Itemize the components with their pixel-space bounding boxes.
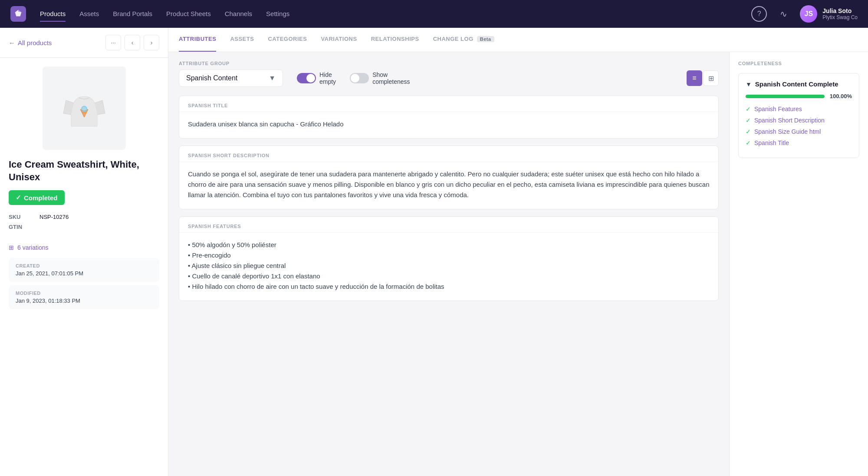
check-icon-3: ✓ xyxy=(746,139,751,146)
product-info: Ice Cream Sweatshirt, White, Unisex ✓ Co… xyxy=(0,159,168,244)
completeness-percentage: 100.00% xyxy=(830,93,852,99)
completeness-bar-fill xyxy=(746,95,825,98)
spanish-short-description-label: SPANISH SHORT DESCRIPTION xyxy=(188,153,710,158)
top-navigation: Products Assets Brand Portals Product Sh… xyxy=(0,0,868,28)
completeness-item-3: ✓ Spanish Title xyxy=(746,139,852,146)
tab-attributes[interactable]: ATTRIBUTES xyxy=(179,28,216,52)
spanish-short-description-header: SPANISH SHORT DESCRIPTION xyxy=(179,146,718,162)
hide-empty-label: Hideempty xyxy=(319,71,336,85)
modified-label: MODIFIED xyxy=(16,291,152,296)
content-area: ATTRIBUTE GROUP Spanish Content ▼ Hide xyxy=(168,52,868,476)
nav-settings[interactable]: Settings xyxy=(266,7,289,22)
main-content: ATTRIBUTES ASSETS CATEGORIES VARIATIONS … xyxy=(168,28,868,476)
view-toggle: ≡ ⊞ xyxy=(687,70,719,86)
hide-empty-toggle[interactable] xyxy=(297,73,316,83)
spanish-short-description-section: SPANISH SHORT DESCRIPTION Cuando se pong… xyxy=(179,145,719,209)
completeness-group-header: ▼ Spanish Content Complete xyxy=(746,80,852,88)
sku-value: NSP-10276 xyxy=(39,214,69,220)
spanish-title-value[interactable]: Sudadera unisex blanca sin capucha - Grá… xyxy=(179,112,718,138)
arrow-left-icon: ← xyxy=(9,39,15,46)
changelog-badge: Beta xyxy=(477,36,494,42)
analytics-button[interactable]: ∿ xyxy=(776,6,791,22)
nav-channels[interactable]: Channels xyxy=(225,7,252,22)
product-image-container xyxy=(0,58,168,159)
completeness-title: COMPLETENESS xyxy=(738,61,859,66)
check-icon-2: ✓ xyxy=(746,128,751,135)
help-button[interactable]: ? xyxy=(751,6,767,22)
completeness-bar-row: 100.00% xyxy=(746,93,852,99)
spanish-title-header: SPANISH TITLE xyxy=(179,96,718,112)
product-name: Ice Cream Sweatshirt, White, Unisex xyxy=(9,159,159,183)
user-menu[interactable]: JS Julia Soto Plytix Swag Co xyxy=(800,5,858,23)
nav-brand-portals[interactable]: Brand Portals xyxy=(113,7,152,22)
next-product-button[interactable]: › xyxy=(144,35,159,50)
sku-label: SKU xyxy=(9,214,33,220)
expand-icon[interactable]: ▼ xyxy=(746,81,752,88)
breadcrumb-actions: ··· ‹ › xyxy=(105,35,159,50)
breadcrumb-bar: ← All products ··· ‹ › xyxy=(0,28,168,58)
modified-value: Jan 9, 2023, 01:18:33 PM xyxy=(16,298,152,304)
variations-icon: ⊞ xyxy=(9,244,14,251)
completeness-item-2: ✓ Spanish Size Guide html xyxy=(746,128,852,135)
tabs-bar: ATTRIBUTES ASSETS CATEGORIES VARIATIONS … xyxy=(168,28,868,52)
completeness-bar xyxy=(746,95,825,98)
attr-group-label: ATTRIBUTE GROUP xyxy=(179,61,719,66)
nav-assets[interactable]: Assets xyxy=(79,7,99,22)
list-view-button[interactable]: ≡ xyxy=(687,70,702,86)
product-image xyxy=(43,66,126,150)
product-image-svg xyxy=(58,82,110,134)
modified-item: MODIFIED Jan 9, 2023, 01:18:33 PM xyxy=(9,285,159,309)
check-icon: ✓ xyxy=(16,194,21,202)
user-info: Julia Soto Plytix Swag Co xyxy=(822,7,858,20)
completeness-card: ▼ Spanish Content Complete 100.00% ✓ Spa… xyxy=(738,73,859,158)
more-options-button[interactable]: ··· xyxy=(105,35,121,50)
hide-empty-toggle-item: Hideempty xyxy=(297,71,336,85)
prev-product-button[interactable]: ‹ xyxy=(125,35,140,50)
avatar: JS xyxy=(800,5,817,23)
tab-changelog[interactable]: CHANGE LOG Beta xyxy=(433,28,494,52)
tab-variations[interactable]: VARIATIONS xyxy=(321,28,357,52)
spanish-title-section: SPANISH TITLE Sudadera unisex blanca sin… xyxy=(179,96,719,139)
app-logo[interactable] xyxy=(10,6,26,22)
toggle-group: Hideempty Showcompleteness xyxy=(297,71,410,85)
spanish-features-value[interactable]: • 50% algodón y 50% poliéster • Pre-enco… xyxy=(179,233,718,301)
tab-categories[interactable]: CATEGORIES xyxy=(268,28,307,52)
nav-products[interactable]: Products xyxy=(40,7,66,22)
attribute-controls-wrapper: ATTRIBUTE GROUP Spanish Content ▼ Hide xyxy=(179,61,719,87)
grid-view-button[interactable]: ⊞ xyxy=(703,70,719,86)
created-label: CREATED xyxy=(16,263,152,268)
completeness-item-label-0[interactable]: Spanish Features xyxy=(754,106,802,112)
check-icon-1: ✓ xyxy=(746,117,751,124)
svg-point-4 xyxy=(82,107,86,111)
nav-product-sheets[interactable]: Product Sheets xyxy=(166,7,211,22)
toggle-thumb xyxy=(306,74,315,83)
variations-count: 6 variations xyxy=(17,244,49,251)
tab-assets[interactable]: ASSETS xyxy=(230,28,254,52)
tab-relationships[interactable]: RELATIONSHIPS xyxy=(371,28,419,52)
status-badge: ✓ Completed xyxy=(9,190,65,205)
created-modified: CREATED Jan 25, 2021, 07:01:05 PM MODIFI… xyxy=(0,258,168,313)
show-completeness-toggle[interactable] xyxy=(350,73,369,83)
completeness-item-0: ✓ Spanish Features xyxy=(746,106,852,112)
completeness-item-label-2[interactable]: Spanish Size Guide html xyxy=(754,128,821,135)
company-name: Plytix Swag Co xyxy=(822,14,858,20)
sku-row: SKU NSP-10276 xyxy=(9,214,159,220)
topnav-right: ? ∿ JS Julia Soto Plytix Swag Co xyxy=(751,5,858,23)
completeness-item-1: ✓ Spanish Short Description xyxy=(746,117,852,124)
product-meta: SKU NSP-10276 GTIN xyxy=(9,214,159,230)
attribute-group-select[interactable]: Spanish Content ▼ xyxy=(179,69,283,87)
completeness-item-label-3[interactable]: Spanish Title xyxy=(754,139,789,146)
spanish-title-label: SPANISH TITLE xyxy=(188,103,710,108)
attribute-main: ATTRIBUTE GROUP Spanish Content ▼ Hide xyxy=(168,52,729,476)
chevron-down-icon: ▼ xyxy=(269,74,276,82)
spanish-features-label: SPANISH FEATURES xyxy=(188,224,710,229)
spanish-short-description-value[interactable]: Cuando se ponga el sol, asegúrate de ten… xyxy=(179,162,718,209)
back-to-all-products[interactable]: ← All products xyxy=(9,39,52,46)
variations-link[interactable]: ⊞ 6 variations xyxy=(0,244,168,251)
completeness-item-label-1[interactable]: Spanish Short Description xyxy=(754,117,825,124)
check-icon-0: ✓ xyxy=(746,106,751,112)
controls-row: Spanish Content ▼ Hideempty xyxy=(179,69,719,87)
created-value: Jan 25, 2021, 07:01:05 PM xyxy=(16,270,152,277)
gtin-label: GTIN xyxy=(9,224,33,230)
show-completeness-toggle-item: Showcompleteness xyxy=(350,71,410,85)
